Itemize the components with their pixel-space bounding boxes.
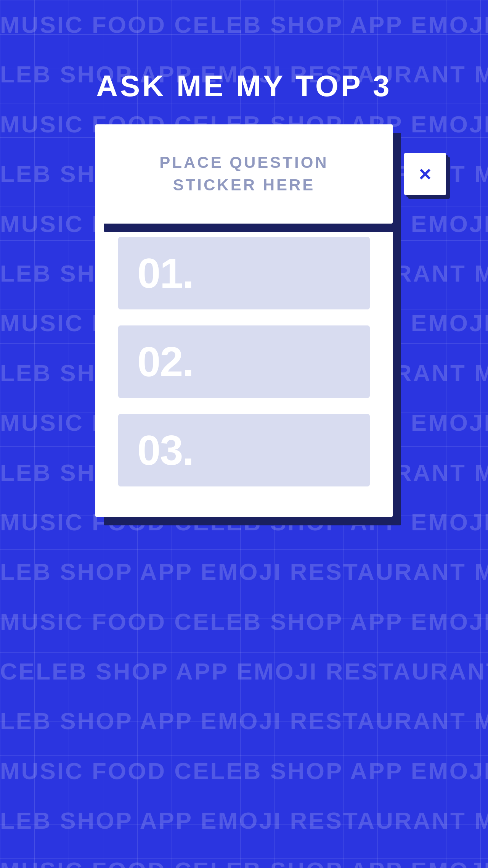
close-icon: ×	[419, 163, 432, 185]
question-card-wrapper: PLACE QUESTIONSTICKER HERE ×	[95, 124, 393, 224]
list-card: 01. 02. 03.	[95, 214, 393, 517]
list-number-3: 03.	[137, 429, 193, 471]
page-title: ASK ME MY TOP 3	[96, 69, 392, 103]
close-button[interactable]: ×	[404, 153, 446, 195]
card-stack: PLACE QUESTIONSTICKER HERE × 01.	[95, 124, 393, 517]
close-button-shadow-wrap: ×	[404, 153, 446, 195]
close-button-container: ×	[404, 153, 446, 195]
list-number-2: 02.	[137, 341, 193, 383]
list-item-1: 01.	[118, 237, 370, 309]
list-item-3: 03.	[118, 414, 370, 486]
question-card: PLACE QUESTIONSTICKER HERE	[95, 124, 393, 224]
list-item-2: 02.	[118, 325, 370, 398]
list-card-wrapper: 01. 02. 03.	[95, 214, 393, 517]
question-placeholder-text: PLACE QUESTIONSTICKER HERE	[159, 151, 328, 196]
list-number-1: 01.	[137, 252, 193, 294]
main-content: ASK ME MY TOP 3 PLACE QUESTIONSTICKER HE…	[0, 0, 488, 868]
